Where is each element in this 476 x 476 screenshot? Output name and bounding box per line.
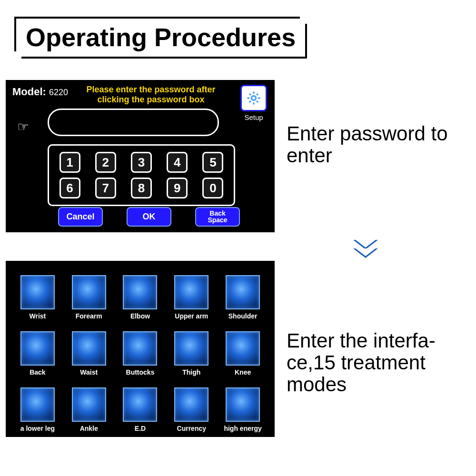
key-9[interactable]: 9: [167, 178, 188, 198]
mode-label: Back: [16, 368, 59, 376]
mode-upper-arm[interactable]: Upper arm: [170, 275, 213, 320]
mode-label: a lower leg: [16, 425, 59, 432]
model-number: 6220: [49, 88, 68, 97]
body-part-icon: [123, 387, 157, 422]
flow-arrow-icon: [353, 241, 378, 258]
setup-button[interactable]: [240, 85, 267, 111]
mode-label: Forearm: [68, 312, 110, 320]
mode-ankle[interactable]: Ankle: [68, 387, 110, 432]
mode-elbow[interactable]: Elbow: [119, 275, 162, 320]
mode-label: E.D: [119, 425, 162, 432]
body-part-icon: [174, 331, 208, 366]
password-instruction: Please enter the password after clicking…: [77, 85, 225, 104]
key-5[interactable]: 5: [202, 152, 223, 173]
mode-label: Thigh: [170, 368, 213, 376]
mode-label: Ankle: [68, 425, 110, 432]
body-part-icon: [20, 331, 55, 366]
cancel-button[interactable]: Cancel: [58, 207, 103, 227]
numeric-keypad: 1 2 3 4 5 6 7 8 9 0: [48, 144, 235, 206]
chevron-down-icon: [353, 240, 378, 249]
body-part-icon: [123, 275, 157, 309]
mode-knee[interactable]: Knee: [221, 331, 264, 376]
mode-label: Waist: [68, 368, 110, 376]
mode-label: Elbow: [119, 312, 162, 320]
mode-currency[interactable]: Currency: [170, 387, 213, 432]
body-part-icon: [226, 331, 260, 366]
body-part-icon: [226, 275, 260, 309]
svg-point-0: [251, 96, 256, 100]
modes-grid: Wrist Forearm Elbow Upper arm Shoulder B…: [16, 275, 264, 432]
body-part-icon: [72, 275, 106, 309]
ok-button[interactable]: OK: [127, 207, 171, 227]
body-part-icon: [123, 331, 157, 366]
mode-high-energy[interactable]: high energy: [221, 387, 264, 432]
mode-lower-leg[interactable]: a lower leg: [16, 387, 59, 432]
mode-shoulder[interactable]: Shoulder: [221, 275, 264, 320]
key-7[interactable]: 7: [95, 178, 116, 198]
mode-back[interactable]: Back: [16, 331, 59, 376]
pointing-hand-icon: ☞: [17, 119, 29, 135]
mode-label: high energy: [221, 425, 264, 432]
side-instruction-2: Enter the interfa- ce,15 treatment modes: [287, 330, 472, 396]
setup-label: Setup: [239, 113, 268, 121]
body-part-icon: [20, 275, 55, 309]
key-2[interactable]: 2: [95, 152, 116, 173]
gear-icon: [246, 90, 262, 106]
key-1[interactable]: 1: [60, 152, 80, 173]
keypad-actions: Cancel OK Back Space: [58, 207, 240, 227]
body-part-icon: [174, 275, 208, 309]
body-part-icon: [174, 387, 208, 422]
page-title: Operating Procedures: [26, 22, 296, 52]
key-4[interactable]: 4: [167, 152, 188, 173]
treatment-modes-screen: Wrist Forearm Elbow Upper arm Shoulder B…: [6, 261, 275, 437]
body-part-icon: [72, 387, 106, 422]
backspace-button[interactable]: Back Space: [195, 207, 240, 227]
mode-thigh[interactable]: Thigh: [170, 331, 213, 376]
mode-label: Wrist: [16, 312, 59, 320]
mode-buttocks[interactable]: Buttocks: [119, 331, 162, 376]
side-instruction-1: Enter password to enter: [287, 123, 467, 167]
model-text: Model:: [12, 86, 46, 98]
mode-forearm[interactable]: Forearm: [68, 275, 110, 320]
mode-label: Currency: [170, 425, 213, 432]
left-column: Model: 6220 Please enter the password af…: [6, 80, 275, 437]
mode-waist[interactable]: Waist: [68, 331, 110, 376]
mode-label: Shoulder: [221, 312, 264, 320]
key-8[interactable]: 8: [131, 178, 152, 198]
body-part-icon: [226, 387, 260, 422]
key-6[interactable]: 6: [60, 178, 80, 198]
mode-label: Knee: [221, 368, 264, 376]
mode-ed[interactable]: E.D: [119, 387, 162, 432]
body-part-icon: [72, 331, 106, 366]
mode-wrist[interactable]: Wrist: [16, 275, 59, 320]
setup-block: Setup: [239, 85, 268, 121]
body-part-icon: [20, 387, 55, 422]
page-title-banner: Operating Procedures: [14, 17, 307, 59]
mode-label: Buttocks: [119, 368, 162, 376]
key-0[interactable]: 0: [202, 178, 223, 198]
password-input[interactable]: [48, 109, 219, 136]
chevron-down-icon: [353, 248, 378, 258]
password-screen: Model: 6220 Please enter the password af…: [6, 80, 275, 232]
key-3[interactable]: 3: [131, 152, 152, 173]
mode-label: Upper arm: [170, 312, 213, 320]
